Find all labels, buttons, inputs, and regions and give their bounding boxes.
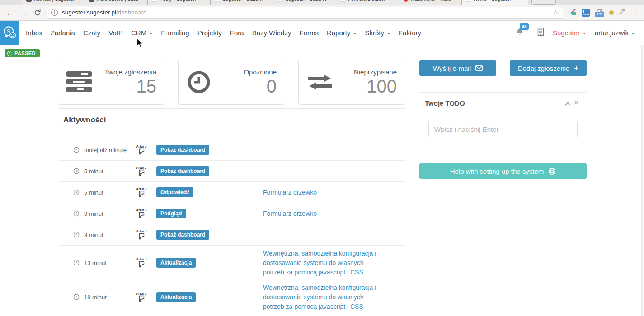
hammer-extension-icon[interactable] [619, 8, 626, 17]
tab-close-icon[interactable]: × [81, 0, 84, 2]
browser-tab[interactable]: S Sugester - Baza W × [210, 0, 277, 5]
tab-favicon: S [277, 0, 283, 2]
todo-input[interactable] [428, 121, 578, 137]
menu-item-bazy-wiedzy[interactable]: Bazy Wiedzy [252, 29, 291, 37]
sugester-logo[interactable]: S [0, 21, 19, 45]
collapse-panel-icon[interactable] [565, 102, 571, 108]
tab-close-icon[interactable]: × [521, 0, 524, 2]
menu-item-voip[interactable]: VoIP [108, 29, 123, 37]
tab-title: Formularz drzew [348, 0, 394, 2]
app-navbar: S Inbox Zadania Czaty VoIP CRM E-mailing… [0, 21, 644, 45]
browser-tab[interactable]: M Mailnetwork | Sites × [85, 0, 151, 5]
tab-close-icon[interactable]: × [458, 0, 461, 2]
notifications-button[interactable]: 48 [516, 28, 524, 38]
tab-close-icon[interactable]: × [207, 0, 210, 2]
activity-badge[interactable]: Odpowiedź [156, 187, 193, 197]
activity-time: mniej niż minutę [84, 147, 133, 153]
back-icon[interactable]: ← [6, 9, 14, 17]
card-unassigned[interactable]: Nieprzypisane 100 [298, 60, 405, 105]
address-bar[interactable]: i sugester.sugester.pl/dashboard ☆ [47, 7, 563, 19]
tab-favicon: S [466, 0, 471, 2]
activity-badge[interactable]: Pokaż dashboard [156, 230, 209, 240]
tab-close-icon[interactable]: × [270, 0, 273, 2]
activity-badge[interactable]: Podgląd [156, 209, 186, 218]
activity-section-title: Aktywności [63, 116, 106, 125]
activity-row: 8 minut Artur J Podgląd Formularz drzewk… [58, 203, 406, 224]
card-delayed[interactable]: Opóźnione 0 [178, 60, 285, 105]
activity-link[interactable]: Formularz drzewko [263, 188, 377, 197]
todo-panel-title: Twoje TODO [425, 99, 465, 107]
card-value: 100 [337, 76, 397, 97]
activity-badge[interactable]: Pokaż dashboard [156, 166, 209, 176]
activity-link[interactable]: Wewnętrzna, samodzielna konfiguracja i d… [263, 249, 377, 277]
activity-time: 18 minut [84, 294, 133, 301]
browser-tab[interactable]: S Posty - Sugester × [147, 0, 214, 5]
menu-item-forms[interactable]: Forms [299, 29, 319, 37]
browser-menu-icon[interactable]: ⋮ [631, 8, 639, 17]
activity-badge[interactable]: Pokaż dashboard [156, 145, 209, 155]
close-panel-icon[interactable]: × [574, 99, 578, 106]
activity-row: 13 minut Artur J Aktualizacja Wewnętrzna… [58, 246, 406, 280]
browser-toolbar: ← → i sugester.sugester.pl/dashboard ☆ N… [0, 5, 644, 21]
menu-item-faktury[interactable]: Faktury [399, 29, 421, 37]
refresh-icon[interactable] [34, 9, 41, 16]
time-clock-icon [73, 210, 80, 217]
avatar: Artur J [133, 187, 150, 197]
help-setup-button[interactable]: Help with setting up the system [419, 163, 587, 179]
activity-badge[interactable]: Aktualizacja [156, 258, 196, 268]
new-tab-button[interactable] [531, 0, 556, 5]
tab-close-icon[interactable]: × [333, 0, 335, 2]
pagespeed-extension-icon[interactable]: 3.72 [595, 9, 604, 17]
forward-icon[interactable]: → [20, 9, 28, 17]
time-clock-icon [73, 294, 80, 300]
browser-tab[interactable]: S Sugester - Baza W × [273, 0, 340, 5]
page-info-icon[interactable]: i [51, 9, 58, 16]
card-your-tickets[interactable]: Twoje zgłoszenia 15 [58, 60, 165, 105]
browser-tab[interactable]: Mass Miller - Kilka × [399, 0, 465, 5]
menu-item-emailing[interactable]: E-mailing [161, 29, 189, 37]
tab-title: Sugester - Baza W [222, 0, 268, 2]
browser-tab[interactable]: S Formularz drzew × [336, 0, 403, 5]
activity-badge[interactable]: Aktualizacja [156, 292, 196, 302]
menu-item-zadania[interactable]: Zadania [51, 29, 75, 37]
menu-item-skroty[interactable]: Skróty [365, 29, 390, 37]
browser-tab[interactable]: M Michals | Sugester × [22, 0, 89, 5]
main-menu: Inbox Zadania Czaty VoIP CRM E-mailing P… [26, 29, 421, 37]
company-icon[interactable] [537, 28, 544, 38]
activity-link[interactable]: Wewnętrzna, samodzielna konfiguracja i d… [263, 283, 377, 311]
menu-item-raporty[interactable]: Raporty [327, 29, 357, 37]
eyedropper-extension-icon[interactable] [569, 8, 577, 18]
user-dropdown[interactable]: artur.juzwik [595, 29, 635, 37]
activity-link[interactable]: Formularz drzewko [263, 209, 377, 218]
tab-close-icon[interactable]: × [144, 0, 147, 2]
avatar: Artur J [133, 166, 150, 176]
menu-item-czaty[interactable]: Czaty [83, 29, 100, 37]
tab-close-icon[interactable]: × [395, 0, 398, 2]
activity-list: mniej niż minutę Artur J Pokaż dashboard… [58, 139, 406, 314]
browser-tab-active[interactable]: S Home - Sugester × [461, 0, 528, 5]
life-ring-icon [548, 167, 556, 175]
avatar: Artur J [133, 258, 150, 268]
tab-favicon [403, 0, 409, 2]
broken-image-icon [139, 148, 145, 155]
account-dropdown[interactable]: Sugester [553, 29, 586, 37]
time-clock-icon [73, 189, 80, 195]
menu-item-projekty[interactable]: Projekty [197, 29, 222, 37]
bookmark-star-icon[interactable]: ☆ [553, 9, 559, 17]
menu-item-inbox[interactable]: Inbox [26, 29, 42, 37]
menu-item-crm[interactable]: CRM [131, 29, 153, 37]
clock-icon [187, 70, 216, 94]
tab-title: Sugester - Baza W [285, 0, 331, 2]
donut-extension-icon[interactable] [609, 10, 614, 15]
mouse-cursor [136, 38, 144, 49]
tab-favicon: M [26, 0, 32, 2]
divider [58, 108, 406, 109]
add-ticket-button[interactable]: Dodaj zgłoszenie + [510, 60, 587, 76]
avatar: Artur J [133, 292, 150, 302]
menu-item-fora[interactable]: Fora [230, 29, 244, 37]
send-email-button[interactable]: Wyślij e-mail [419, 60, 496, 76]
new-extension-icon[interactable]: NEW [582, 9, 590, 17]
divider [58, 130, 406, 130]
activity-time: 5 minut [84, 168, 133, 175]
page-scrollbar[interactable] [641, 21, 644, 316]
